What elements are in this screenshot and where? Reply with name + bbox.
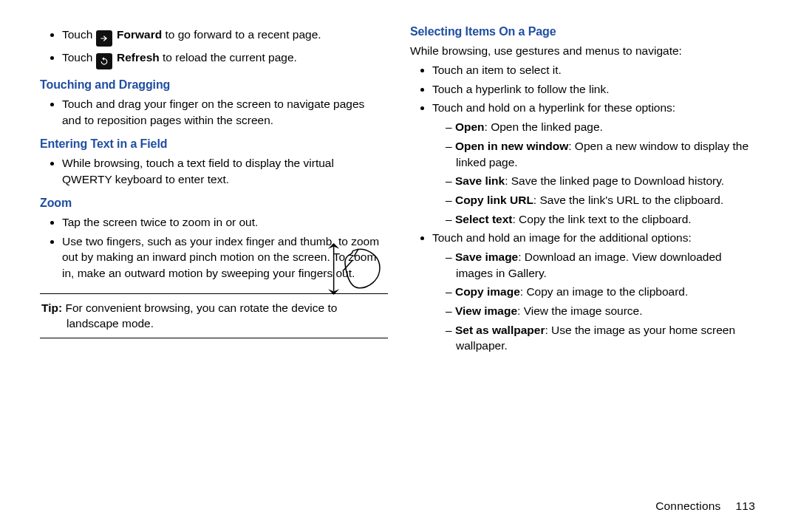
list-item: Copy image: Copy an image to the clipboa… [456,284,755,300]
link-options-list: Open: Open the linked page. Open in new … [432,119,755,227]
nav-tips-list: Touch Forward to go forward to a recent … [40,27,388,69]
left-column: Touch Forward to go forward to a recent … [21,24,389,489]
two-column-layout: Touch Forward to go forward to a recent … [21,24,777,489]
list-item: Touch and hold an image for the addition… [432,230,758,354]
list-item: Use two fingers, such as your index fing… [62,233,388,282]
text: Touch [62,28,92,41]
text: Touch and hold on a hyperlink for these … [432,101,675,114]
bold-label: Forward [117,28,162,41]
text: to reload the current page. [160,51,297,64]
list-item: Touch an item to select it. [432,62,758,78]
tip-text-cont: landscape mode. [66,316,386,332]
bold-label: Open in new window [455,140,568,152]
list-item: Touch and hold on a hyperlink for these … [432,100,758,227]
list-item: Tap the screen twice to zoom in or out. [62,214,388,231]
list-item: Save image: Download an image. View down… [456,249,755,281]
bold-label: Copy image [455,285,520,298]
text: : Copy the link text to the clipboard. [512,213,691,225]
list-item: Touch Refresh to reload the current page… [62,50,388,69]
bold-label: Copy link URL [455,194,533,206]
enter-text-list: While browsing, touch a text field to di… [40,155,388,187]
heading-selecting-items: Selecting Items On a Page [410,24,758,40]
list-item: Touch Forward to go forward to a recent … [62,27,388,47]
text: Touch [62,51,92,64]
bold-label: Save link [455,174,505,187]
list-item: View image: View the image source. [456,303,755,319]
list-item: While browsing, touch a text field to di… [62,155,388,187]
list-item: Set as wallpaper: Use the image as your … [456,322,755,354]
selecting-list: Touch an item to select it. Touch a hype… [410,62,758,354]
text: to go forward to a recent page. [162,28,321,41]
list-item: Copy link URL: Save the link's URL to th… [456,192,755,208]
text: : Save the linked page to Download histo… [505,174,724,187]
zoom-list: Tap the screen twice to zoom in or out. … [40,214,388,282]
heading-entering-text: Entering Text in a Field [40,136,388,152]
manual-page: Touch Forward to go forward to a recent … [0,0,798,532]
tip-text: For convenient browsing, you can rotate … [62,301,337,314]
list-item: Select text: Copy the link text to the c… [456,211,755,228]
text: : Save the link's URL to the clipboard. [533,194,723,206]
tip-callout: Tip: For convenient browsing, you can ro… [40,293,388,338]
bold-label: Set as wallpaper [455,324,545,336]
refresh-icon [96,53,112,69]
bold-label: Save image [455,250,518,263]
footer-section: Connections [655,499,720,512]
bold-label: View image [455,304,517,317]
bold-label: Select text [455,213,513,225]
image-options-list: Save image: Download an image. View down… [432,249,755,354]
bold-label: Open [455,120,485,133]
list-item: Open: Open the linked page. [456,119,755,135]
pinch-gesture-icon [320,241,388,297]
text: : Open the linked page. [485,120,603,133]
text: : View the image source. [517,304,642,317]
heading-zoom: Zoom [40,195,388,211]
list-item: Open in new window: Open a new window to… [456,138,755,170]
text: Touch and hold an image for the addition… [432,231,692,244]
page-footer: Connections113 [655,498,755,514]
footer-page-number: 113 [736,499,755,512]
lead-text: While browsing, use gestures and menus t… [410,43,758,59]
right-column: Selecting Items On a Page While browsing… [409,24,777,489]
bold-label: Refresh [117,51,160,64]
forward-icon [96,30,112,47]
list-item: Save link: Save the linked page to Downl… [456,173,755,189]
list-item: Touch a hyperlink to follow the link. [432,81,758,98]
list-item: Touch and drag your finger on the screen… [62,96,388,128]
text: : Copy an image to the clipboard. [520,285,688,298]
heading-touching-dragging: Touching and Dragging [40,77,388,93]
tip-label: Tip: [41,301,62,314]
touch-drag-list: Touch and drag your finger on the screen… [40,96,388,128]
